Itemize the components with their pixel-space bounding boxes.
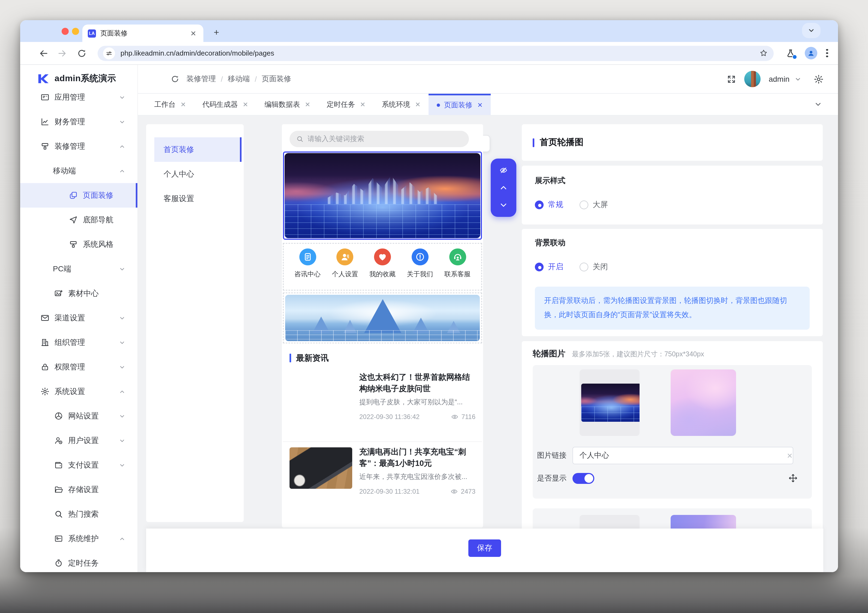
sidebar-item-pay-settings[interactable]: 支付设置 [20, 453, 137, 477]
tab-cron-task[interactable]: 定时任务✕ [318, 94, 374, 115]
news-item[interactable]: 充满电再出门！共享充电宝“刺客”：最高1小时10元 近年来，共享充电宝因涨价多次… [283, 441, 482, 515]
ad-banner-widget[interactable] [283, 293, 482, 343]
address-bar[interactable]: php.likeadmin.cn/admin/decoration/mobile… [98, 45, 773, 61]
tab-edit-table[interactable]: 编辑数据表✕ [256, 94, 318, 115]
page-menu-item-home[interactable]: 首页装修 [154, 137, 242, 162]
radio-large[interactable]: 大屏 [580, 200, 608, 210]
sidebar-item-organization[interactable]: 组织管理 [20, 330, 137, 355]
nav-item[interactable]: 我的收藏 [366, 248, 399, 290]
bookmark-star-icon[interactable] [759, 48, 768, 58]
sidebar-item-system-settings[interactable]: 系统设置 [20, 379, 137, 404]
section-bar [533, 138, 534, 147]
close-icon[interactable]: ✕ [243, 101, 248, 108]
bg-sync-tip: 开启背景联动后，需为轮播图设置背景图，轮播图切换时，背景图也跟随切换，此时该页面… [535, 286, 810, 330]
sidebar-item-system-maintain[interactable]: 系统维护 [20, 526, 137, 551]
news-date: 2022-09-30 11:36:42 [359, 413, 420, 421]
gear-icon[interactable] [814, 74, 824, 84]
new-tab-button[interactable]: + [209, 25, 224, 40]
nav-item[interactable]: 联系客服 [441, 248, 474, 290]
move-up-icon[interactable] [499, 183, 508, 192]
browser-tab[interactable]: LA 页面装修 ✕ [82, 25, 203, 42]
hide-widget-icon[interactable] [499, 166, 508, 175]
background-thumb[interactable] [671, 370, 736, 436]
news-title: 充满电再出门！共享充电宝“刺客”：最高1小时10元 [359, 446, 476, 469]
sidebar-item-app-manage[interactable]: 应用管理 [20, 85, 137, 110]
breadcrumb: 装修管理 / 移动端 / 页面装修 [186, 74, 291, 84]
drag-handle-icon[interactable] [788, 474, 798, 483]
sidebar-item-finance[interactable]: 财务管理 [20, 110, 137, 134]
avatar[interactable] [744, 71, 761, 87]
sidebar-item-permission[interactable]: 权限管理 [20, 355, 137, 379]
carousel-thumb[interactable] [580, 370, 640, 436]
news-desc: 提到电子皮肤，大家可别以为是“... [359, 398, 476, 407]
tab-workbench[interactable]: 工作台✕ [146, 94, 194, 115]
sidebar-item-channel[interactable]: 渠道设置 [20, 306, 137, 330]
phone-search-bar[interactable]: 请输入关键词搜索 [290, 131, 469, 147]
sidebar-item-label: 渠道设置 [54, 313, 85, 323]
sidebar-item-cron-task[interactable]: 定时任务 [20, 551, 137, 572]
sidebar-item-pc[interactable]: PC端 [20, 257, 137, 281]
breadcrumb-item[interactable]: 装修管理 [186, 74, 216, 84]
sidebar-item-label: 移动端 [53, 166, 76, 176]
news-item[interactable]: 这也太科幻了！世界首款网格结构纳米电子皮肤问世 提到电子皮肤，大家可别以为是“.… [283, 367, 482, 441]
refresh-icon[interactable] [170, 75, 179, 84]
visible-toggle[interactable] [572, 473, 594, 484]
close-icon[interactable]: ✕ [305, 101, 310, 108]
sidebar-item-mobile[interactable]: 移动端 [20, 159, 137, 183]
clear-icon[interactable]: ✕ [787, 452, 793, 460]
tab-close-icon[interactable]: ✕ [189, 29, 198, 37]
link-input[interactable] [572, 447, 793, 464]
close-icon[interactable]: ✕ [180, 101, 186, 108]
back-icon[interactable] [39, 48, 48, 58]
news-views: 2473 [461, 488, 476, 495]
radio-normal[interactable]: 常规 [535, 200, 563, 210]
tab-code-generator[interactable]: 代码生成器✕ [194, 94, 256, 115]
save-button[interactable]: 保存 [468, 539, 501, 557]
experiments-flask-icon[interactable] [786, 48, 795, 58]
forward-icon[interactable] [57, 48, 67, 58]
radio-disable[interactable]: 关闭 [580, 262, 608, 272]
user-name[interactable]: admin [769, 75, 789, 84]
sidebar-item-storage-settings[interactable]: 存储设置 [20, 477, 137, 502]
browser-menu-icon[interactable] [826, 49, 828, 57]
tab-page-decoration[interactable]: 页面装修✕ [429, 94, 491, 115]
move-down-icon[interactable] [499, 201, 508, 210]
breadcrumb-item[interactable]: 移动端 [228, 74, 250, 84]
reload-icon[interactable] [77, 48, 87, 58]
nav-item[interactable]: 个人设置 [329, 248, 361, 290]
desktop: LA 页面装修 ✕ + php.likeadmin.cn/admin/decor… [0, 0, 868, 613]
sidebar-item-bottom-nav[interactable]: 底部导航 [20, 207, 137, 232]
sidebar-item-decoration[interactable]: 装修管理 [20, 134, 137, 159]
nav-label: 关于我们 [407, 270, 433, 279]
tab-system-env[interactable]: 系统环境✕ [374, 94, 429, 115]
nav-item[interactable]: 咨讯中心 [291, 248, 324, 290]
carousel-widget-selected[interactable] [283, 152, 482, 240]
sidebar-item-user-settings[interactable]: 用户设置 [20, 428, 137, 453]
sidebar-item-system-style[interactable]: 系统风格 [20, 232, 137, 257]
radio-enable[interactable]: 开启 [535, 262, 563, 272]
fullscreen-icon[interactable] [727, 74, 736, 84]
sidebar-item-page-decoration[interactable]: 页面装修 [20, 183, 137, 207]
timer-icon [54, 559, 63, 568]
page-menu-item-service[interactable]: 客服设置 [154, 186, 242, 211]
nav-item[interactable]: 关于我们 [404, 248, 436, 290]
tab-label: 定时任务 [327, 99, 355, 109]
chevron-down-icon [119, 339, 126, 346]
sidebar-item-material-center[interactable]: 素材中心 [20, 281, 137, 306]
tab-search-button[interactable] [802, 23, 821, 38]
browser-profile-icon[interactable] [805, 47, 817, 59]
tabs-dropdown-icon[interactable] [814, 100, 822, 108]
sidebar-item-hot-search[interactable]: 热门搜索 [20, 502, 137, 526]
news-section-header: 最新资讯 [283, 349, 482, 367]
nav-menu-widget[interactable]: 咨讯中心 个人设置 我的收藏 关于我们 联系客服 [283, 243, 482, 290]
minimize-window-button[interactable] [72, 28, 79, 35]
close-window-button[interactable] [62, 28, 69, 35]
site-settings-icon[interactable] [103, 47, 115, 59]
close-icon[interactable]: ✕ [415, 101, 421, 108]
close-icon[interactable]: ✕ [477, 101, 483, 109]
nav-label: 个人设置 [332, 270, 358, 279]
sidebar-item-website-settings[interactable]: 网站设置 [20, 404, 137, 428]
breadcrumb-item[interactable]: 页面装修 [262, 74, 291, 84]
page-menu-item-personal[interactable]: 个人中心 [154, 162, 242, 186]
close-icon[interactable]: ✕ [360, 101, 365, 108]
